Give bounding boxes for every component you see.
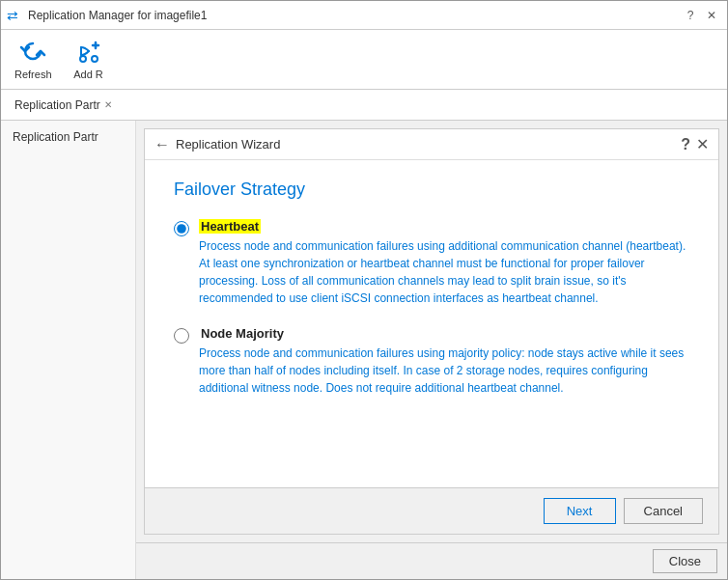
tab-replication-partr[interactable]: Replication Partr ✕	[9, 95, 118, 116]
close-button[interactable]: ✕	[702, 6, 721, 25]
node-majority-content: Node Majority Process node and communica…	[199, 326, 689, 397]
app-icon: ⇄	[7, 8, 22, 23]
option-node-majority-row: Node Majority Process node and communica…	[174, 326, 689, 397]
toolbar: Refresh Add R	[1, 30, 727, 90]
node-majority-desc: Process node and communication failures …	[199, 345, 689, 397]
tab-label: Replication Partr	[14, 98, 100, 112]
close-button[interactable]: Close	[653, 549, 717, 573]
add-r-button[interactable]: Add R	[66, 34, 112, 84]
sidebar: Replication Partr	[1, 121, 136, 579]
help-button[interactable]: ?	[681, 6, 700, 25]
svg-point-1	[92, 56, 98, 62]
heartbeat-label: Heartbeat	[199, 219, 261, 234]
title-controls: ? ✕	[681, 6, 721, 25]
refresh-icon	[17, 38, 48, 69]
add-r-icon	[73, 38, 104, 69]
refresh-button[interactable]: Refresh	[9, 34, 58, 84]
sidebar-item-label: Replication Partr	[13, 130, 98, 144]
sidebar-item-replication[interactable]: Replication Partr	[1, 124, 135, 150]
node-majority-radio[interactable]	[174, 328, 189, 344]
back-button[interactable]: ←	[154, 136, 170, 153]
dialog-panel: ← Replication Wizard ? ✕ Failover Strate…	[136, 121, 727, 579]
wizard-header: ← Replication Wizard ? ✕	[145, 129, 718, 160]
refresh-label: Refresh	[14, 69, 52, 80]
wizard-close-button[interactable]: ✕	[696, 135, 709, 153]
node-majority-label: Node Majority	[199, 326, 286, 341]
heartbeat-content: Heartbeat Process node and communication…	[199, 219, 689, 307]
bottom-bar: Close	[136, 542, 727, 579]
wizard-title: Replication Wizard	[176, 137, 675, 152]
wizard-container: ← Replication Wizard ? ✕ Failover Strate…	[144, 128, 719, 535]
failover-title: Failover Strategy	[174, 180, 689, 200]
window-title: Replication Manager for imagefile1	[28, 9, 681, 22]
main-window: ⇄ Replication Manager for imagefile1 ? ✕…	[0, 0, 728, 580]
wizard-help-button[interactable]: ?	[681, 136, 690, 153]
title-bar: ⇄ Replication Manager for imagefile1 ? ✕	[1, 1, 727, 30]
wizard-content: Failover Strategy Heartbeat Process node…	[145, 160, 718, 487]
wizard-footer: Next Cancel	[145, 487, 718, 534]
svg-point-0	[80, 56, 86, 62]
tab-close-icon[interactable]: ✕	[104, 99, 112, 110]
add-r-label: Add R	[73, 69, 103, 80]
heartbeat-desc: Process node and communication failures …	[199, 237, 689, 307]
cancel-button[interactable]: Cancel	[624, 498, 703, 524]
option-heartbeat-row: Heartbeat Process node and communication…	[174, 219, 689, 307]
heartbeat-radio[interactable]	[174, 221, 189, 236]
next-button[interactable]: Next	[544, 498, 616, 524]
main-area: Replication Partr ← Replication Wizard ?…	[1, 121, 727, 579]
tab-bar: Replication Partr ✕	[1, 90, 727, 121]
